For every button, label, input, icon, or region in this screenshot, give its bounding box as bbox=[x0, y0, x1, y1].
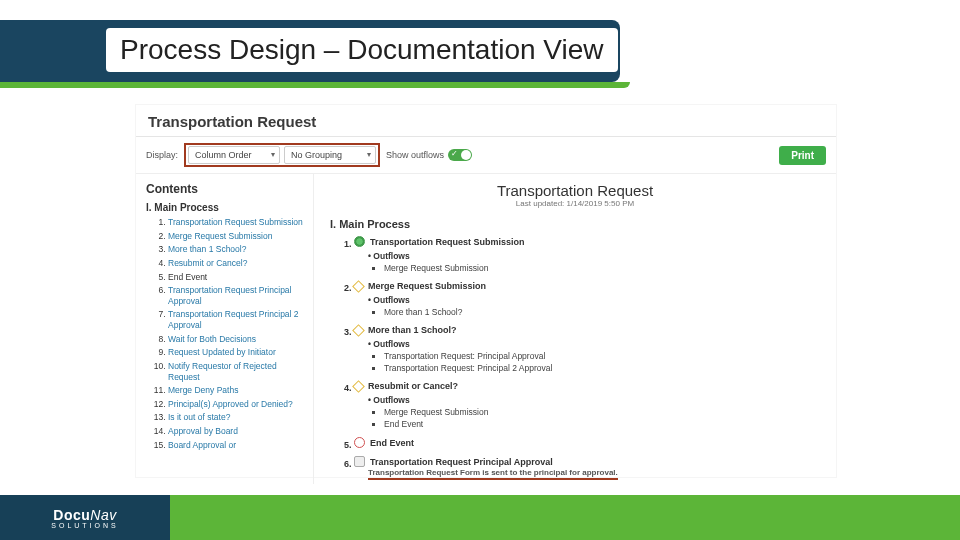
contents-item[interactable]: Request Updated by Initiator bbox=[168, 347, 305, 358]
contents-item[interactable]: Merge Deny Paths bbox=[168, 385, 305, 396]
contents-item[interactable]: Approval by Board bbox=[168, 426, 305, 437]
outflows-heading: • Outflows bbox=[368, 339, 820, 349]
step-label: End Event bbox=[370, 438, 414, 448]
outflow-item: Transportation Request: Principal 2 Appr… bbox=[384, 363, 820, 373]
step-item: End Event bbox=[354, 437, 820, 448]
app-panel: Transportation Request Display: Column O… bbox=[136, 105, 836, 477]
outflow-list: Transportation Request: Principal Approv… bbox=[354, 351, 820, 373]
contents-heading: Contents bbox=[146, 182, 305, 196]
footer-logo-block: DocuNav SOLUTIONS bbox=[0, 495, 170, 540]
contents-item[interactable]: Wait for Both Decisions bbox=[168, 334, 305, 345]
print-button[interactable]: Print bbox=[779, 146, 826, 165]
outflows-heading: • Outflows bbox=[368, 395, 820, 405]
contents-item[interactable]: Transportation Request Principal 2 Appro… bbox=[168, 309, 305, 330]
contents-item[interactable]: Transportation Request Submission bbox=[168, 217, 305, 228]
contents-item[interactable]: Board Approval or bbox=[168, 440, 305, 451]
step-item: Merge Request Submission• OutflowsMore t… bbox=[354, 281, 820, 317]
outflows-heading: • Outflows bbox=[368, 251, 820, 261]
slide-title: Process Design – Documentation View bbox=[106, 28, 618, 72]
contents-panel: Contents I. Main Process Transportation … bbox=[136, 174, 314, 484]
main-panel: Transportation Request Last updated: 1/1… bbox=[314, 174, 836, 484]
slide-header: Process Design – Documentation View bbox=[0, 0, 960, 85]
footer: DocuNav SOLUTIONS bbox=[0, 495, 960, 540]
outflows-heading: • Outflows bbox=[368, 295, 820, 305]
step-item: More than 1 School?• OutflowsTransportat… bbox=[354, 325, 820, 373]
display-label: Display: bbox=[146, 150, 178, 160]
show-outflows-label: Show outflows bbox=[386, 150, 444, 160]
contents-item[interactable]: Transportation Request Principal Approva… bbox=[168, 285, 305, 306]
contents-item[interactable]: Is it out of state? bbox=[168, 412, 305, 423]
step-label: Transportation Request Submission bbox=[370, 237, 525, 247]
contents-list: Transportation Request SubmissionMerge R… bbox=[146, 217, 305, 450]
step-label: Resubmit or Cancel? bbox=[368, 381, 458, 391]
app-title: Transportation Request bbox=[136, 105, 836, 137]
step-item: Transportation Request Principal Approva… bbox=[354, 456, 820, 480]
section-heading: I. Main Process bbox=[330, 218, 820, 230]
toolbar: Display: Column Order No Grouping Show o… bbox=[136, 137, 836, 174]
step-label: More than 1 School? bbox=[368, 325, 457, 335]
doc-title: Transportation Request bbox=[330, 182, 820, 199]
outflow-item: Merge Request Submission bbox=[384, 263, 820, 273]
contents-item[interactable]: Principal(s) Approved or Denied? bbox=[168, 399, 305, 410]
step-detail: Transportation Request Form is sent to t… bbox=[368, 468, 618, 480]
last-updated: Last updated: 1/14/2019 5:50 PM bbox=[330, 199, 820, 208]
contents-item[interactable]: Resubmit or Cancel? bbox=[168, 258, 305, 269]
show-outflows-toggle[interactable]: Show outflows bbox=[386, 149, 472, 161]
end-icon bbox=[354, 437, 365, 448]
diamond-icon bbox=[352, 380, 365, 393]
outflow-item: End Event bbox=[384, 419, 820, 429]
step-item: Resubmit or Cancel?• OutflowsMerge Reque… bbox=[354, 381, 820, 429]
start-icon bbox=[354, 236, 365, 247]
outflow-item: More than 1 School? bbox=[384, 307, 820, 317]
column-order-select[interactable]: Column Order bbox=[188, 146, 280, 164]
logo-sub: SOLUTIONS bbox=[51, 522, 118, 529]
contents-item[interactable]: Merge Request Submission bbox=[168, 231, 305, 242]
highlight-selects: Column Order No Grouping bbox=[184, 143, 380, 167]
toggle-switch[interactable] bbox=[448, 149, 472, 161]
step-label: Merge Request Submission bbox=[368, 281, 486, 291]
outflow-item: Transportation Request: Principal Approv… bbox=[384, 351, 820, 361]
grouping-select[interactable]: No Grouping bbox=[284, 146, 376, 164]
diamond-icon bbox=[352, 324, 365, 337]
outflow-list: More than 1 School? bbox=[354, 307, 820, 317]
contents-item[interactable]: More than 1 School? bbox=[168, 244, 305, 255]
step-label: Transportation Request Principal Approva… bbox=[370, 457, 553, 467]
diamond-icon bbox=[352, 280, 365, 293]
steps-list: Transportation Request Submission• Outfl… bbox=[330, 236, 820, 480]
contents-item[interactable]: End Event bbox=[168, 272, 305, 283]
outflow-list: Merge Request SubmissionEnd Event bbox=[354, 407, 820, 429]
contents-group-heading: I. Main Process bbox=[146, 202, 305, 213]
task-icon bbox=[354, 456, 365, 467]
app-body: Contents I. Main Process Transportation … bbox=[136, 174, 836, 484]
logo: DocuNav bbox=[53, 507, 116, 523]
header-green-stripe bbox=[0, 82, 630, 88]
outflow-item: Merge Request Submission bbox=[384, 407, 820, 417]
contents-item[interactable]: Notify Requestor of Rejected Request bbox=[168, 361, 305, 382]
outflow-list: Merge Request Submission bbox=[354, 263, 820, 273]
step-item: Transportation Request Submission• Outfl… bbox=[354, 236, 820, 273]
